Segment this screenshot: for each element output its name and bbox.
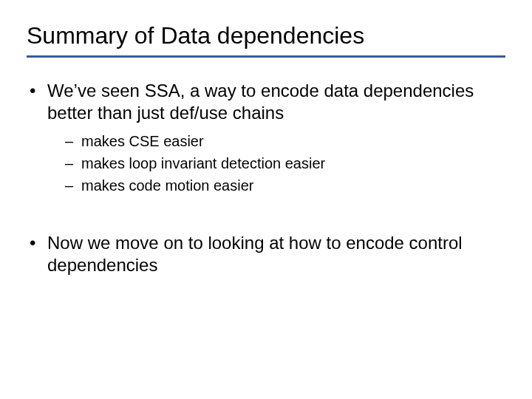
sub-bullet-text: makes loop invariant detection easier <box>81 155 325 171</box>
bullet-item: Now we move on to looking at how to enco… <box>27 232 505 276</box>
slide-title: Summary of Data dependencies <box>27 22 505 58</box>
sub-bullet-item: makes code motion easier <box>65 176 505 195</box>
bullet-item: We’ve seen SSA, a way to encode data dep… <box>27 80 505 195</box>
sub-bullet-text: makes CSE easier <box>81 133 204 149</box>
bullet-list: We’ve seen SSA, a way to encode data dep… <box>27 80 505 195</box>
bullet-text: Now we move on to looking at how to enco… <box>47 233 463 275</box>
bullet-text: We’ve seen SSA, a way to encode data dep… <box>47 81 474 123</box>
bullet-list: Now we move on to looking at how to enco… <box>27 232 505 276</box>
sub-bullet-list: makes CSE easier makes loop invariant de… <box>47 132 505 195</box>
slide: Summary of Data dependencies We’ve seen … <box>0 0 532 399</box>
sub-bullet-item: makes loop invariant detection easier <box>65 154 505 173</box>
spacer <box>27 202 505 232</box>
sub-bullet-text: makes code motion easier <box>81 177 253 194</box>
sub-bullet-item: makes CSE easier <box>65 132 505 151</box>
